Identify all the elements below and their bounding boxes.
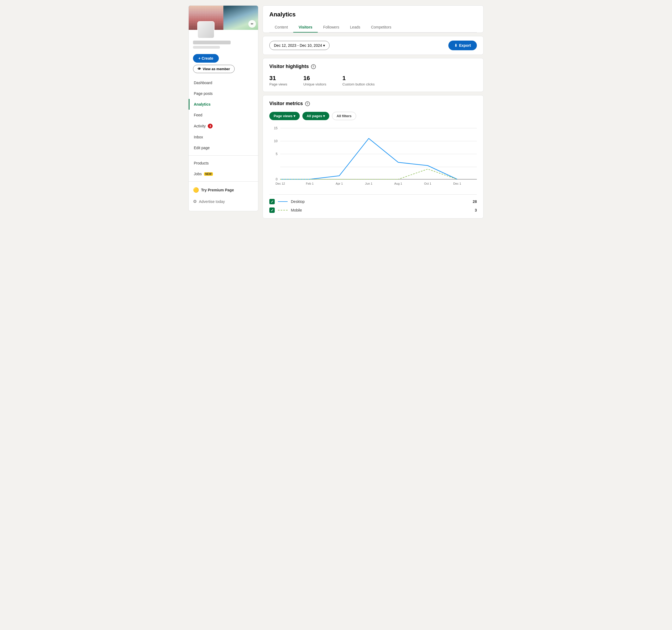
main-content: Analytics Content Visitors Followers Lea… bbox=[263, 5, 484, 219]
create-button[interactable]: + Create bbox=[193, 54, 219, 63]
sidebar-item-edit-page[interactable]: Edit page bbox=[189, 142, 258, 153]
svg-text:Aug 1: Aug 1 bbox=[394, 182, 402, 185]
logo-image bbox=[198, 22, 214, 38]
all-pages-filter-button[interactable]: All pages ▾ bbox=[303, 112, 329, 120]
visitor-chart: 15 10 5 0 Dec 12 Feb 1 Apr 1 Jun 1 Aug 1… bbox=[269, 125, 477, 190]
sidebar-item-feed[interactable]: Feed bbox=[189, 110, 258, 120]
sidebar-item-analytics[interactable]: Analytics bbox=[189, 99, 258, 110]
sidebar-item-inbox[interactable]: Inbox bbox=[189, 132, 258, 142]
checkmark-icon: ✓ bbox=[271, 200, 274, 204]
unique-visitors-label: Unique visitors bbox=[303, 82, 326, 86]
unique-visitors-number: 16 bbox=[303, 75, 326, 82]
analytics-title: Analytics bbox=[269, 11, 477, 18]
desktop-legend-value: 28 bbox=[473, 199, 477, 204]
sidebar-item-label: Inbox bbox=[194, 135, 203, 139]
advertise-icon: ⚙ bbox=[193, 199, 197, 204]
checkmark-icon: ✓ bbox=[271, 208, 274, 212]
all-filters-button[interactable]: All filters bbox=[332, 112, 356, 120]
sidebar-item-label: Edit page bbox=[194, 146, 210, 150]
advertise-label: Advertise today bbox=[199, 199, 225, 204]
tab-leads[interactable]: Leads bbox=[344, 22, 365, 32]
sidebar-item-dashboard[interactable]: Dashboard bbox=[189, 77, 258, 88]
sidebar-action-buttons: + Create 👁 View as member bbox=[189, 52, 258, 77]
mobile-line-indicator bbox=[278, 210, 288, 211]
view-as-member-button[interactable]: 👁 View as member bbox=[193, 65, 235, 73]
sidebar-item-label: Products bbox=[194, 161, 209, 165]
sidebar-advertise[interactable]: ⚙ Advertise today bbox=[189, 196, 258, 207]
sidebar: ✏ + Create 👁 View as member Dashboard bbox=[188, 5, 258, 211]
metrics-help-icon[interactable]: ? bbox=[305, 101, 310, 106]
desktop-checkbox[interactable]: ✓ bbox=[269, 199, 275, 204]
tab-content[interactable]: Content bbox=[269, 22, 293, 32]
svg-text:15: 15 bbox=[274, 126, 278, 130]
tab-competitors[interactable]: Competitors bbox=[365, 22, 397, 32]
custom-button-clicks-number: 1 bbox=[342, 75, 375, 82]
sidebar-item-label: Activity bbox=[194, 124, 206, 128]
metrics-filters: Page views ▾ All pages ▾ All filters bbox=[269, 112, 477, 120]
premium-icon: 🟡 bbox=[193, 187, 199, 193]
chart-svg: 15 10 5 0 Dec 12 Feb 1 Apr 1 Jun 1 Aug 1… bbox=[269, 125, 477, 190]
sidebar-item-jobs[interactable]: Jobs NEW bbox=[189, 169, 258, 179]
sidebar-nav-2: Products Jobs NEW bbox=[189, 158, 258, 179]
sidebar-item-page-posts[interactable]: Page posts bbox=[189, 88, 258, 99]
svg-text:10: 10 bbox=[274, 139, 278, 143]
activity-badge: 3 bbox=[208, 124, 213, 128]
page-views-number: 31 bbox=[269, 75, 287, 82]
svg-text:5: 5 bbox=[276, 152, 278, 156]
visitor-metrics-title: Visitor metrics ? bbox=[269, 101, 477, 106]
desktop-line-indicator bbox=[278, 201, 288, 202]
mobile-line bbox=[280, 169, 457, 179]
svg-text:Oct 1: Oct 1 bbox=[424, 182, 431, 185]
company-name bbox=[193, 41, 231, 44]
sidebar-item-activity[interactable]: Activity 3 bbox=[189, 120, 258, 132]
sidebar-premium[interactable]: 🟡 Try Premium Page bbox=[189, 184, 258, 196]
legend-mobile: ✓ Mobile 3 bbox=[269, 208, 477, 213]
tab-followers[interactable]: Followers bbox=[318, 22, 344, 32]
svg-text:Dec 1: Dec 1 bbox=[453, 182, 461, 185]
sidebar-item-label: Jobs bbox=[194, 172, 202, 176]
sidebar-divider-2 bbox=[189, 181, 258, 182]
svg-text:Feb 1: Feb 1 bbox=[306, 182, 314, 185]
custom-button-clicks-label: Custom button clicks bbox=[342, 82, 375, 86]
svg-text:Apr 1: Apr 1 bbox=[336, 182, 343, 185]
page-views-filter-button[interactable]: Page views ▾ bbox=[269, 112, 300, 120]
jobs-new-badge: NEW bbox=[204, 172, 213, 176]
svg-text:Jun 1: Jun 1 bbox=[365, 182, 372, 185]
analytics-header-card: Analytics Content Visitors Followers Lea… bbox=[263, 5, 484, 33]
date-filter-card: Dec 12, 2023 - Dec 10, 2024 ▾ ⬇ Export bbox=[263, 36, 484, 55]
company-subtitle bbox=[193, 46, 220, 49]
legend-desktop: ✓ Desktop 28 bbox=[269, 199, 477, 204]
premium-label: Try Premium Page bbox=[201, 188, 234, 192]
highlights-help-icon[interactable]: ? bbox=[311, 64, 316, 69]
highlights-stats: 31 Page views 16 Unique visitors 1 Custo… bbox=[269, 75, 477, 86]
desktop-legend-label: Desktop bbox=[291, 199, 469, 204]
stat-unique-visitors: 16 Unique visitors bbox=[303, 75, 326, 86]
sidebar-item-label: Analytics bbox=[194, 102, 211, 106]
visitor-highlights-title: Visitor highlights ? bbox=[269, 64, 477, 69]
sidebar-item-label: Dashboard bbox=[194, 81, 212, 85]
stat-page-views: 31 Page views bbox=[269, 75, 287, 86]
company-name-area bbox=[189, 39, 258, 52]
company-logo bbox=[197, 21, 215, 39]
sidebar-item-products[interactable]: Products bbox=[189, 158, 258, 169]
sidebar-item-label: Feed bbox=[194, 113, 202, 117]
date-range-button[interactable]: Dec 12, 2023 - Dec 10, 2024 ▾ bbox=[269, 41, 330, 50]
page-views-label: Page views bbox=[269, 82, 287, 86]
edit-cover-button[interactable]: ✏ bbox=[248, 20, 256, 28]
desktop-line bbox=[280, 139, 457, 179]
svg-text:Dec 12: Dec 12 bbox=[275, 182, 285, 185]
svg-text:0: 0 bbox=[276, 177, 278, 181]
pencil-icon: ✏ bbox=[251, 22, 254, 26]
sidebar-item-label: Page posts bbox=[194, 91, 213, 96]
visitor-metrics-card: Visitor metrics ? Page views ▾ All pages… bbox=[263, 95, 484, 219]
mobile-legend-label: Mobile bbox=[291, 208, 472, 212]
mobile-legend-value: 3 bbox=[475, 208, 477, 212]
download-icon: ⬇ bbox=[454, 43, 457, 48]
tab-visitors[interactable]: Visitors bbox=[293, 22, 318, 32]
export-button[interactable]: ⬇ Export bbox=[448, 41, 477, 50]
mobile-checkbox[interactable]: ✓ bbox=[269, 208, 275, 213]
chart-legend: ✓ Desktop 28 ✓ Mobile 3 bbox=[269, 194, 477, 213]
sidebar-nav: Dashboard Page posts Analytics Feed Acti… bbox=[189, 77, 258, 153]
stat-custom-button-clicks: 1 Custom button clicks bbox=[342, 75, 375, 86]
eye-icon: 👁 bbox=[197, 67, 201, 71]
